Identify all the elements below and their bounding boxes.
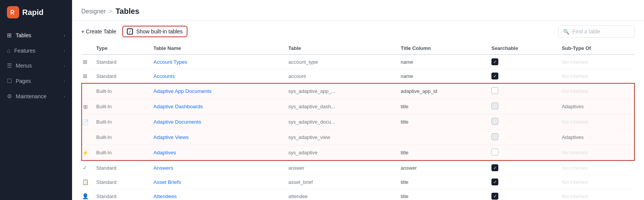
row-searchable[interactable] bbox=[488, 145, 559, 161]
row-table-id: sys_adaptive_app_... bbox=[285, 83, 398, 99]
main-content: Designer > Tables + Create Table ✓ Show … bbox=[72, 0, 644, 200]
col-table-name: Table Name bbox=[150, 42, 285, 55]
chevron-right-icon: › bbox=[64, 94, 65, 99]
sidebar-item-label: Tables bbox=[16, 32, 31, 38]
sidebar-item-label: Menus bbox=[16, 63, 32, 69]
app-name: Rapid bbox=[22, 8, 44, 17]
find-table-search[interactable]: 🔍 Find a table bbox=[558, 25, 635, 38]
create-table-label: + Create Table bbox=[81, 28, 116, 35]
table-row: 📄Built-InAdaptive Documentssys_adaptive_… bbox=[82, 114, 634, 130]
table-row: Built-InAdaptive Viewssys_adaptive_viewA… bbox=[82, 130, 634, 145]
pages-icon: ☐ bbox=[7, 78, 12, 84]
table-row: ✓StandardAnswersansweranswer✓Not inherit… bbox=[82, 160, 634, 175]
row-searchable[interactable] bbox=[488, 114, 559, 130]
row-searchable[interactable] bbox=[488, 99, 559, 114]
searchable-disabled-icon bbox=[491, 133, 498, 140]
tables-table: Type Table Name Table Title Column Searc… bbox=[81, 42, 635, 200]
sidebar-item-tables[interactable]: ⊞ Tables › bbox=[0, 28, 72, 43]
row-type-icon: ✓ bbox=[82, 160, 93, 175]
row-table-id: sys_adaptive_view bbox=[285, 130, 398, 145]
row-searchable[interactable]: ✓ bbox=[488, 175, 559, 189]
breadcrumb: Designer > Tables bbox=[81, 7, 139, 16]
row-table-name[interactable]: Account Types bbox=[150, 55, 285, 69]
search-icon: 🔍 bbox=[563, 29, 569, 35]
row-type-icon: 📋 bbox=[82, 175, 93, 189]
table-row: ⊞StandardAccountsaccountname✓Not inherit… bbox=[82, 69, 634, 84]
features-icon: ⌂ bbox=[7, 47, 10, 54]
row-table-name[interactable]: Adaptives bbox=[150, 145, 285, 161]
row-table-name[interactable]: Asset Briefs bbox=[150, 175, 285, 189]
row-table-name[interactable]: Adaptive Views bbox=[150, 130, 285, 145]
col-type: Type bbox=[93, 42, 150, 55]
row-type: Standard bbox=[93, 175, 150, 189]
sidebar-item-label: Pages bbox=[16, 78, 31, 84]
row-table-name[interactable]: Adaptive Documents bbox=[150, 114, 285, 130]
row-table-name[interactable]: Accounts bbox=[150, 69, 285, 84]
row-table-name[interactable]: Answers bbox=[150, 160, 285, 175]
row-subtype: Not inherited bbox=[559, 160, 634, 175]
builtin-checkbox-box: ✓ bbox=[127, 28, 133, 35]
row-searchable[interactable] bbox=[488, 83, 559, 99]
row-title-col: title bbox=[398, 175, 488, 189]
row-searchable[interactable]: ✓ bbox=[488, 69, 559, 84]
row-table-id: account bbox=[285, 69, 398, 84]
row-title-col: answer bbox=[398, 160, 488, 175]
row-type-icon: 👤 bbox=[82, 189, 93, 200]
table-row: ⚡Built-InAdaptivessys_adaptivetitleNot i… bbox=[82, 145, 634, 161]
table-row: 📋StandardAsset Briefsasset_brieftitle✓No… bbox=[82, 175, 634, 189]
row-subtype: Not inherited bbox=[559, 55, 634, 69]
sidebar: Rapid ⊞ Tables › ⌂ Features › ☰ Menus › bbox=[0, 0, 72, 200]
create-table-button[interactable]: + Create Table bbox=[81, 28, 116, 35]
row-subtype: Adaptives bbox=[559, 99, 634, 114]
tables-list: Type Table Name Table Title Column Searc… bbox=[72, 42, 644, 200]
searchable-checked-icon: ✓ bbox=[491, 164, 498, 171]
row-table-id: account_type bbox=[285, 55, 398, 69]
row-table-id: asset_brief bbox=[285, 175, 398, 189]
row-type-icon bbox=[82, 83, 93, 99]
sidebar-item-label: Features bbox=[14, 48, 35, 54]
row-searchable[interactable] bbox=[488, 130, 559, 145]
sidebar-item-features[interactable]: ⌂ Features › bbox=[0, 43, 72, 58]
show-builtin-checkbox[interactable]: ✓ Show built-in tables bbox=[122, 26, 187, 37]
col-title-column: Title Column bbox=[398, 42, 488, 55]
menus-icon: ☰ bbox=[7, 62, 12, 69]
table-row: ⊞Built-InAdaptive Dashboardssys_adaptive… bbox=[82, 99, 634, 114]
breadcrumb-parent: Designer bbox=[81, 8, 106, 15]
col-icon bbox=[82, 42, 93, 55]
table-row: Built-InAdaptive App Documentssys_adapti… bbox=[82, 83, 634, 99]
breadcrumb-separator: > bbox=[109, 8, 112, 15]
col-subtype-of: Sub-Type Of bbox=[559, 42, 634, 55]
sidebar-item-pages[interactable]: ☐ Pages › bbox=[0, 73, 72, 89]
row-table-name[interactable]: Attendees bbox=[150, 189, 285, 200]
row-table-id: answer bbox=[285, 160, 398, 175]
row-subtype: Not inherited bbox=[559, 145, 634, 161]
breadcrumb-current: Tables bbox=[115, 7, 139, 16]
row-title-col: title bbox=[398, 99, 488, 114]
table-header-row: Type Table Name Table Title Column Searc… bbox=[82, 42, 634, 55]
row-table-name[interactable]: Adaptive Dashboards bbox=[150, 99, 285, 114]
table-row: 👤StandardAttendeesattendeetitle✓Not inhe… bbox=[82, 189, 634, 200]
row-type: Standard bbox=[93, 189, 150, 200]
row-subtype: Not inherited bbox=[559, 175, 634, 189]
row-title-col: title bbox=[398, 145, 488, 161]
row-searchable[interactable]: ✓ bbox=[488, 189, 559, 200]
searchable-checked-icon: ✓ bbox=[491, 73, 498, 79]
row-type-icon: ⚡ bbox=[82, 145, 93, 161]
row-type: Built-In bbox=[93, 145, 150, 161]
sidebar-nav: ⊞ Tables › ⌂ Features › ☰ Menus › ☐ Page… bbox=[0, 25, 72, 200]
table-row: ⊞StandardAccount Typesaccount_typename✓N… bbox=[82, 55, 634, 69]
row-subtype: Not inherited bbox=[559, 83, 634, 99]
row-searchable[interactable]: ✓ bbox=[488, 160, 559, 175]
sidebar-item-menus[interactable]: ☰ Menus › bbox=[0, 58, 72, 73]
row-type-icon: ⊞ bbox=[82, 69, 93, 84]
row-table-name[interactable]: Adaptive App Documents bbox=[150, 83, 285, 99]
row-title-col: title bbox=[398, 114, 488, 130]
chevron-right-icon: › bbox=[64, 79, 65, 83]
searchable-unchecked-icon bbox=[491, 87, 498, 94]
row-table-id: sys_adaptive_dash... bbox=[285, 99, 398, 114]
searchable-checked-icon: ✓ bbox=[491, 58, 498, 65]
chevron-right-icon: › bbox=[64, 48, 65, 53]
col-searchable: Searchable bbox=[488, 42, 559, 55]
sidebar-item-maintenance[interactable]: ⚙ Maintenance › bbox=[0, 89, 72, 104]
row-searchable[interactable]: ✓ bbox=[488, 55, 559, 69]
